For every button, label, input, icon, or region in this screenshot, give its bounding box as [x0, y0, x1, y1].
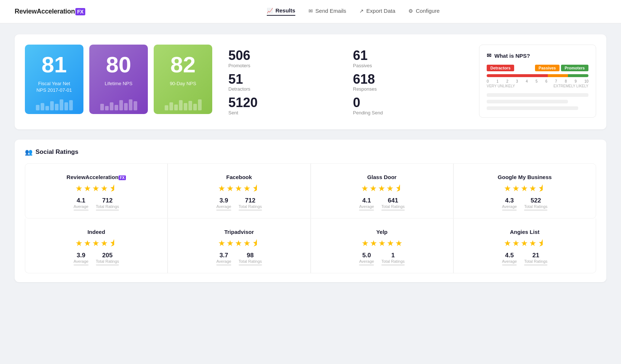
rating-average-gmb: 4.3 Average	[502, 197, 517, 211]
star-1: ★	[218, 184, 225, 193]
bar	[169, 102, 173, 110]
nav-export-data[interactable]: ↗ Export Data	[359, 8, 395, 15]
star-1: ★	[504, 239, 511, 248]
rating-total-angieslist: 21 Total Ratings	[524, 252, 547, 266]
nps-fiscal-card: 81 Fiscal Year Net NPS 2017-07-01	[25, 45, 83, 114]
rating-bar-total	[96, 209, 119, 211]
nps-lifetime-bars	[89, 96, 148, 110]
rating-bar-avg	[216, 264, 231, 266]
rating-average-indeed: 3.9 Average	[74, 252, 89, 266]
promoters-badge: Promoters	[561, 65, 588, 71]
rating-average-tripadvisor: 3.7 Average	[216, 252, 231, 266]
star-2: ★	[84, 184, 91, 193]
nps-stats: 506 Promoters 61 Passives 51 Detractors …	[221, 45, 470, 119]
stars-yelp: ★ ★ ★ ★ ★	[362, 239, 403, 248]
rating-average-rafxs: 4.1 Average	[74, 197, 89, 211]
rating-bar-total	[381, 209, 405, 211]
configure-icon: ⚙	[408, 8, 413, 14]
nav-results[interactable]: 📈 Results	[267, 7, 295, 16]
star-3: ★	[92, 184, 100, 193]
responses-value: 618	[353, 72, 463, 87]
stat-passives: 61 Passives	[353, 48, 463, 68]
rating-average-yelp: 5.0 Average	[359, 252, 374, 266]
nps-line-3	[487, 106, 578, 110]
rating-bar-avg	[359, 264, 374, 266]
nps-line-1	[487, 93, 588, 97]
bar	[105, 106, 109, 110]
star-2: ★	[227, 239, 234, 248]
nps-90day-label: 90-Day NPS	[170, 80, 196, 87]
bar	[198, 99, 202, 110]
star-5: ⯨	[109, 184, 117, 193]
star-3: ★	[92, 239, 100, 248]
star-4: ★	[529, 239, 536, 248]
star-5: ⯨	[538, 239, 546, 248]
nps-lifetime-card: 80 Lifetime NPS	[89, 45, 148, 114]
bar	[69, 100, 73, 110]
responses-label: Responses	[353, 86, 463, 92]
rating-name-yelp: Yelp	[376, 229, 388, 235]
nps-90day-card: 82 90-Day NPS	[154, 45, 212, 114]
star-3: ★	[521, 184, 528, 193]
rating-total-yelp: 1 Total Ratings	[381, 252, 405, 266]
rating-bar-avg	[502, 209, 517, 211]
stars-indeed: ★ ★ ★ ★ ⯨	[75, 239, 117, 248]
star-3: ★	[235, 239, 242, 248]
rating-card-facebook: Facebook ★ ★ ★ ★ ⯨ 3.9 Average 712	[168, 163, 310, 219]
rating-bar-total	[239, 264, 262, 266]
stars-rafxs: ★ ★ ★ ★ ⯨	[75, 184, 117, 193]
rating-nums-yelp: 5.0 Average 1 Total Ratings	[359, 252, 404, 266]
rating-card-googlemybusiness: Google My Business ★ ★ ★ ★ ⯨ 4.3 Average	[453, 163, 596, 219]
nps-fiscal-label: Fiscal Year Net NPS 2017-07-01	[37, 80, 72, 94]
rating-name-glassdoor: Glass Door	[367, 174, 397, 180]
detractors-badge: Detractors	[487, 65, 514, 71]
rating-card-tripadvisor: Tripadvisor ★ ★ ★ ★ ⯨ 3.7 Average 98	[168, 219, 310, 273]
rating-name-facebook: Facebook	[226, 174, 252, 180]
nav-send-emails[interactable]: ✉ Send Emails	[308, 8, 346, 15]
star-5: ⯨	[252, 184, 260, 193]
rating-nums-facebook: 3.9 Average 712 Total Ratings	[216, 197, 262, 211]
rating-bar-avg	[74, 209, 89, 211]
star-2: ★	[370, 239, 377, 248]
star-3: ★	[521, 239, 528, 248]
bar	[41, 103, 44, 110]
bar	[115, 105, 118, 110]
bar	[174, 105, 178, 110]
star-4: ★	[101, 184, 108, 193]
people-icon: 👥	[25, 148, 33, 156]
star-4: ★	[101, 239, 108, 248]
stat-pending: 0 Pending Send	[353, 95, 463, 115]
bar	[110, 102, 113, 110]
star-4: ★	[387, 239, 394, 248]
rating-total-facebook: 712 Total Ratings	[239, 197, 262, 211]
star-2: ★	[512, 184, 520, 193]
star-1: ★	[362, 239, 369, 248]
star-2: ★	[227, 184, 234, 193]
star-4: ★	[386, 184, 394, 193]
nps-info-title: ✉ What is NPS?	[487, 52, 588, 59]
star-5: ⯨	[395, 184, 403, 193]
stars-angieslist: ★ ★ ★ ★ ⯨	[504, 239, 546, 248]
star-3: ★	[235, 184, 242, 193]
rating-card-angieslist: Angies List ★ ★ ★ ★ ⯨ 4.5 Average 21	[453, 219, 596, 273]
bar	[60, 99, 63, 110]
bar	[193, 104, 197, 110]
nps-fiscal-value: 81	[42, 53, 67, 76]
promoters-value: 506	[228, 48, 338, 63]
passives-badge: Passives	[535, 65, 560, 71]
stat-sent: 5120 Sent	[228, 95, 338, 115]
stars-tripadvisor: ★ ★ ★ ★ ⯨	[218, 239, 260, 248]
rating-average-facebook: 3.9 Average	[216, 197, 231, 211]
detractors-label: Detractors	[228, 86, 338, 92]
rating-total-gmb: 522 Total Ratings	[524, 197, 547, 211]
detractors-value: 51	[228, 72, 338, 87]
bar	[165, 105, 168, 110]
nps-cards: 81 Fiscal Year Net NPS 2017-07-01	[25, 45, 212, 114]
results-icon: 📈	[267, 8, 273, 14]
rating-nums-indeed: 3.9 Average 205 Total Ratings	[74, 252, 119, 266]
star-2: ★	[512, 239, 520, 248]
nav-configure[interactable]: ⚙ Configure	[408, 8, 439, 15]
bar	[188, 101, 192, 110]
logo-text: ReviewAcceleration	[15, 8, 75, 15]
rating-name-indeed: Indeed	[87, 229, 105, 235]
